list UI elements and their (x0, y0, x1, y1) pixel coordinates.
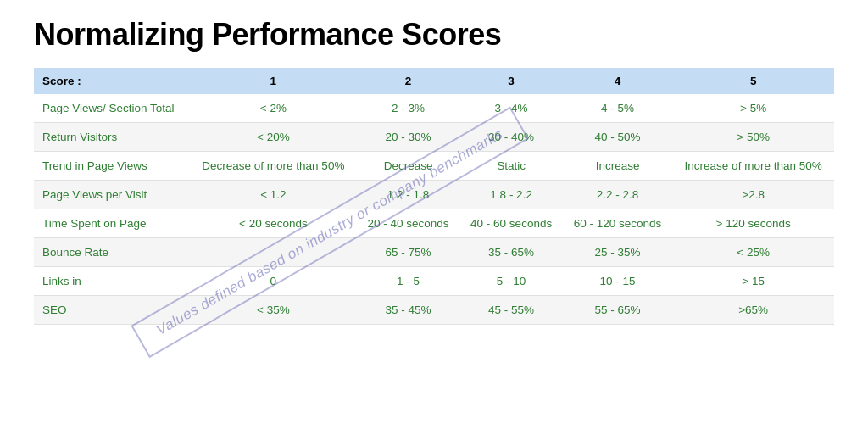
cell-metric: Page Views per Visit (34, 181, 190, 209)
cell-score-3: 3 - 4% (459, 94, 563, 123)
table-row: Return Visitors< 20%20 - 30%30 - 40%40 -… (34, 123, 834, 152)
cell-score-5: >2.8 (672, 181, 834, 209)
cell-score-1: Decrease of more than 50% (190, 152, 357, 181)
cell-score-2: 35 - 45% (357, 296, 460, 325)
table-row: Trend in Page ViewsDecrease of more than… (34, 152, 834, 181)
table-row: Page Views per Visit< 1.21.2 - 1.81.8 - … (34, 181, 834, 209)
cell-score-3: Static (459, 152, 563, 181)
cell-score-1: < 2% (190, 94, 357, 123)
cell-score-4: 2.2 - 2.8 (563, 181, 672, 209)
cell-score-2: 20 - 40 seconds (357, 209, 460, 238)
cell-score-5: >65% (672, 296, 834, 325)
cell-score-4: 55 - 65% (563, 296, 672, 325)
cell-score-1: < 20 seconds (190, 209, 357, 238)
cell-score-2: 65 - 75% (357, 238, 460, 267)
cell-metric: Bounce Rate (34, 238, 190, 267)
cell-score-1: < 1.2 (190, 181, 357, 209)
header-col-metric: Score : (34, 68, 190, 94)
cell-score-5: > 120 seconds (672, 209, 834, 238)
cell-score-4: 40 - 50% (563, 123, 672, 152)
table-row: SEO< 35%35 - 45%45 - 55%55 - 65%>65% (34, 296, 834, 325)
cell-metric: Time Spent on Page (34, 209, 190, 238)
header-col-2: 2 (357, 68, 460, 94)
cell-score-1 (190, 238, 357, 267)
header-col-4: 4 (563, 68, 672, 94)
cell-score-4: 4 - 5% (563, 94, 672, 123)
cell-score-5: Increase of more than 50% (672, 152, 834, 181)
table-row: Links in01 - 55 - 1010 - 15> 15 (34, 267, 834, 296)
cell-metric: Links in (34, 267, 190, 296)
cell-metric: Return Visitors (34, 123, 190, 152)
cell-score-3: 5 - 10 (459, 267, 563, 296)
cell-score-2: 1.2 - 1.8 (357, 181, 460, 209)
page-title: Normalizing Performance Scores (34, 17, 834, 53)
cell-score-5: > 50% (672, 123, 834, 152)
table-row: Bounce Rate65 - 75%35 - 65%25 - 35%< 25% (34, 238, 834, 267)
scores-table: Score : 1 2 3 4 5 Page Views/ Section To… (34, 68, 834, 325)
cell-score-4: Increase (563, 152, 672, 181)
cell-metric: Trend in Page Views (34, 152, 190, 181)
table-row: Page Views/ Section Total< 2%2 - 3%3 - 4… (34, 94, 834, 123)
cell-score-3: 30 - 40% (459, 123, 563, 152)
cell-score-3: 1.8 - 2.2 (459, 181, 563, 209)
cell-score-3: 35 - 65% (459, 238, 563, 267)
cell-score-5: < 25% (672, 238, 834, 267)
cell-score-5: > 15 (672, 267, 834, 296)
cell-score-1: < 20% (190, 123, 357, 152)
cell-score-2: 1 - 5 (357, 267, 460, 296)
cell-score-4: 60 - 120 seconds (563, 209, 672, 238)
cell-score-2: Decrease (357, 152, 460, 181)
cell-score-4: 25 - 35% (563, 238, 672, 267)
cell-score-3: 40 - 60 seconds (459, 209, 563, 238)
cell-score-1: < 35% (190, 296, 357, 325)
cell-score-5: > 5% (672, 94, 834, 123)
header-col-5: 5 (672, 68, 834, 94)
table-row: Time Spent on Page< 20 seconds20 - 40 se… (34, 209, 834, 238)
cell-metric: Page Views/ Section Total (34, 94, 190, 123)
header-col-3: 3 (459, 68, 563, 94)
cell-metric: SEO (34, 296, 190, 325)
table-body: Page Views/ Section Total< 2%2 - 3%3 - 4… (34, 94, 834, 325)
cell-score-3: 45 - 55% (459, 296, 563, 325)
page-container: Normalizing Performance Scores Score : 1… (0, 0, 868, 342)
table-header-row: Score : 1 2 3 4 5 (34, 68, 834, 94)
cell-score-4: 10 - 15 (563, 267, 672, 296)
cell-score-2: 20 - 30% (357, 123, 460, 152)
cell-score-2: 2 - 3% (357, 94, 460, 123)
header-col-1: 1 (190, 68, 357, 94)
cell-score-1: 0 (190, 267, 357, 296)
